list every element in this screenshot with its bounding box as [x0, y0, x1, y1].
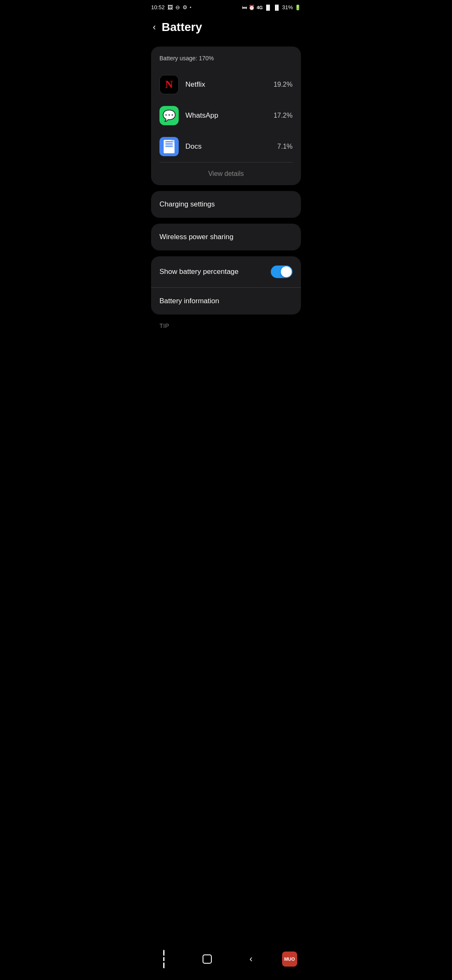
tip-section: Tip [151, 320, 301, 338]
docs-corner [171, 140, 175, 143]
bottom-spacer [144, 346, 308, 380]
docs-percent: 7.1% [277, 143, 293, 150]
header: ‹ Battery [144, 13, 308, 42]
battery-info-label: Battery information [159, 297, 219, 305]
docs-page [164, 140, 175, 153]
battery-usage-label: Battery usage: 170% [159, 55, 293, 62]
gallery-icon: 🖼 [167, 4, 173, 10]
status-bar: 10:52 🖼 ⊖ ⚙ • 🛏 ⏰ 4G ▐▌ ▐▌ 31% 🔋 [144, 0, 308, 13]
netflix-percent: 19.2% [274, 81, 293, 88]
view-details-button[interactable]: View details [159, 162, 293, 185]
docs-icon [159, 137, 179, 156]
tip-label: Tip [159, 322, 169, 329]
show-battery-pct-row[interactable]: Show battery percentage [151, 256, 301, 287]
status-left: 10:52 🖼 ⊖ ⚙ • [151, 4, 191, 10]
back-button[interactable]: ‹ [153, 22, 156, 33]
minus-icon: ⊖ [175, 4, 180, 10]
dot-icon: • [190, 5, 192, 10]
settings-icon: ⚙ [182, 4, 187, 10]
charging-settings-label: Charging settings [159, 200, 215, 208]
netflix-icon: N [159, 75, 179, 94]
whatsapp-percent: 17.2% [274, 112, 293, 119]
battery-pct-card: Show battery percentage Battery informat… [151, 256, 301, 315]
content-area: Battery usage: 170% N Netflix 19.2% 💬 Wh… [144, 42, 308, 346]
toggle-knob [281, 266, 292, 277]
wireless-power-sharing-card[interactable]: Wireless power sharing [151, 224, 301, 250]
netflix-row[interactable]: N Netflix 19.2% [159, 69, 293, 100]
whatsapp-row[interactable]: 💬 WhatsApp 17.2% [159, 100, 293, 131]
whatsapp-symbol: 💬 [162, 109, 176, 122]
netflix-letter: N [165, 78, 173, 91]
show-battery-pct-label: Show battery percentage [159, 268, 239, 276]
bed-icon: 🛏 [242, 5, 247, 10]
time-display: 10:52 [151, 4, 165, 10]
netflix-label: Netflix [185, 80, 267, 89]
battery-usage-card: Battery usage: 170% N Netflix 19.2% 💬 Wh… [151, 46, 301, 185]
alarm-icon: ⏰ [249, 5, 255, 10]
battery-pct-toggle[interactable] [271, 266, 293, 278]
battery-icon: 🔋 [295, 5, 301, 10]
status-right: 🛏 ⏰ 4G ▐▌ ▐▌ 31% 🔋 [242, 4, 301, 10]
whatsapp-icon: 💬 [159, 106, 179, 125]
battery-percent-display: 31% [282, 4, 293, 10]
page-title: Battery [162, 21, 202, 34]
network-icon: 4G [257, 5, 263, 10]
docs-row[interactable]: Docs 7.1% [159, 131, 293, 162]
battery-info-row[interactable]: Battery information [151, 288, 301, 315]
docs-label: Docs [185, 142, 271, 151]
signal-icon: ▐▌ [265, 5, 272, 10]
wireless-power-sharing-label: Wireless power sharing [159, 233, 234, 241]
whatsapp-label: WhatsApp [185, 111, 267, 120]
signal2-icon: ▐▌ [273, 5, 280, 10]
charging-settings-card[interactable]: Charging settings [151, 191, 301, 218]
